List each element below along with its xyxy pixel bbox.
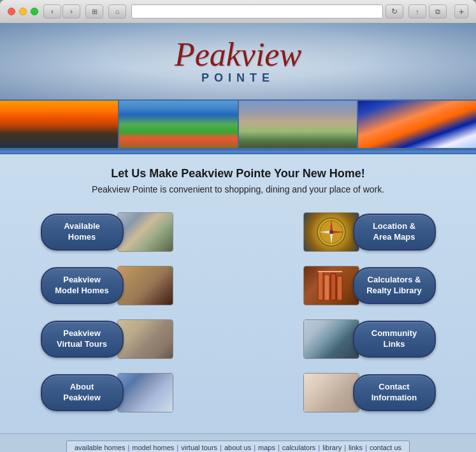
tab-button[interactable]: ⧉ [429,4,447,18]
contact-image [303,373,359,412]
nav-item-about[interactable]: AboutPeakview [41,371,226,414]
footer-sep-2: | [177,444,178,451]
footer-sep-1: | [127,444,129,451]
photo-city [0,101,118,148]
contact-button[interactable]: ContactInformation [353,374,436,411]
footer-link-calculators[interactable]: calculators [282,444,316,451]
photo-mountain [118,101,237,148]
photo-ski [357,101,476,148]
page-view-button[interactable]: ⊞ [85,4,103,18]
site-logo: Peakview POINTE [175,38,301,85]
about-image [117,373,173,412]
footer-sep-3: | [220,444,222,451]
footer-sep-6: | [318,444,320,451]
footer-link-library[interactable]: library [322,444,342,451]
headline: Let Us Make Peakview Pointe Your New Hom… [25,167,451,180]
available-homes-image [117,212,173,252]
footer-link-model-homes[interactable]: model homes [132,444,174,451]
address-bar-area: ↻ [131,4,403,18]
headline-text: Let Us Make Peakview Pointe Your New Hom… [25,167,451,180]
photo-strip [0,99,476,149]
available-homes-button[interactable]: AvailableHomes [41,214,124,251]
site-header: Peakview POINTE [0,23,476,99]
model-homes-button[interactable]: PeakviewModel Homes [41,267,124,304]
footer-sep-5: | [278,444,280,451]
back-button[interactable]: ‹ [43,4,61,18]
close-button[interactable] [8,8,15,15]
footer-link-contact-us[interactable]: contact us [370,444,401,451]
website-content: Peakview POINTE Let Us Make [0,23,476,452]
minimize-button[interactable] [19,8,27,15]
logo-pointe-text: POINTE [175,71,301,85]
nav-item-model-homes[interactable]: PeakviewModel Homes [41,264,226,307]
about-button[interactable]: AboutPeakview [41,374,124,411]
community-button[interactable]: CommunityLinks [353,321,436,358]
footer-sep-8: | [365,444,367,451]
blue-separator [0,149,476,154]
footer-link-links[interactable]: links [349,444,363,451]
community-image [303,319,359,359]
main-content: Let Us Make Peakview Pointe Your New Hom… [0,154,476,434]
maximize-button[interactable] [31,8,38,15]
browser-window: ‹ › ⊞ ⌂ ↻ ↑ ⧉ + Peakview POINTE [0,0,476,452]
browser-nav-buttons: ‹ › [43,4,80,18]
nav-item-calculators[interactable]: Calculators &Realty Library [251,264,436,307]
footer-link-available-homes[interactable]: available homes [75,444,126,451]
nav-item-contact[interactable]: ContactInformation [251,371,436,414]
footer-sep-4: | [254,444,256,451]
action-buttons: ↑ ⧉ [408,4,447,18]
svg-rect-8 [324,275,329,300]
location-button[interactable]: Location &Area Maps [353,214,436,251]
new-tab-button[interactable]: + [454,4,468,18]
footer-sep-7: | [344,444,346,451]
model-homes-image [117,266,173,305]
footer-nav: available homes | model homes | virtual … [0,434,476,452]
nav-item-virtual-tours[interactable]: PeakviewVirtual Tours [41,317,226,361]
virtual-tours-button[interactable]: PeakviewVirtual Tours [41,321,124,358]
footer-link-about-us[interactable]: about us [224,444,251,451]
traffic-lights [8,8,38,15]
svg-point-6 [329,230,333,234]
footer-links: available homes | model homes | virtual … [66,441,410,452]
address-bar[interactable] [131,4,383,18]
forward-button[interactable]: › [62,4,80,18]
share-button[interactable]: ↑ [408,4,426,18]
calculators-image [303,266,359,305]
svg-rect-10 [337,276,342,300]
reload-button[interactable]: ↻ [386,4,403,18]
svg-rect-7 [318,272,323,300]
logo-peakview-text: Peakview [175,38,301,71]
browser-titlebar: ‹ › ⊞ ⌂ ↻ ↑ ⧉ + [0,0,476,23]
footer-link-virtual-tours[interactable]: virtual tours [181,444,217,451]
svg-rect-9 [331,273,336,300]
nav-item-community[interactable]: CommunityLinks [251,317,436,361]
nav-item-available-homes[interactable]: AvailableHomes [41,210,226,254]
home-button[interactable]: ⌂ [108,4,126,18]
calculators-button[interactable]: Calculators &Realty Library [353,267,436,304]
photo-house [238,101,357,148]
nav-grid: AvailableHomes Location &Area Maps [41,210,436,414]
virtual-tours-image [117,319,173,359]
location-image [303,212,359,252]
footer-link-maps[interactable]: maps [258,444,275,451]
subheadline-text: Peakview Pointe is convenient to shoppin… [25,184,451,194]
nav-item-location[interactable]: Location &Area Maps [251,210,436,254]
